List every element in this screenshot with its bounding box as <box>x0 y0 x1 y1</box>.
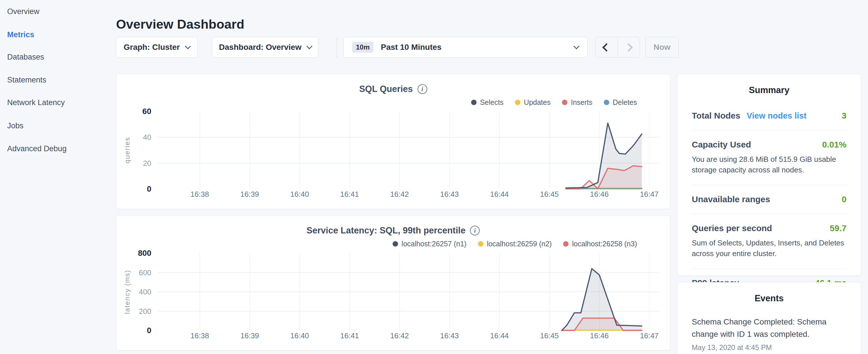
svg-text:16:44: 16:44 <box>490 331 509 340</box>
svg-text:16:47: 16:47 <box>640 190 658 198</box>
svg-text:0: 0 <box>147 326 151 335</box>
toolbar-divider <box>337 37 337 58</box>
sql-queries-chart-card: SQL QueriesiSelectsUpdatesInsertsDeletes… <box>116 74 670 209</box>
svg-text:600: 600 <box>139 268 151 277</box>
page-title: Overview Dashboard <box>116 17 244 32</box>
dashboard-dropdown-label: Dashboard: Overview <box>219 43 302 52</box>
graph-source-dropdown[interactable]: Graph: Cluster <box>116 37 197 58</box>
summary-row-value: 0 <box>842 194 846 204</box>
events-panel: Events Schema Change Completed: Schema c… <box>677 282 861 354</box>
chart-plot-area[interactable]: 020040060080016:3816:3916:4016:4116:4216… <box>116 216 670 350</box>
svg-text:16:42: 16:42 <box>390 190 409 198</box>
app-root: { "colors":{"active_blue":"#2b7ce9","lin… <box>0 0 868 354</box>
sidebar-item-network-latency[interactable]: Network Latency <box>7 97 65 108</box>
svg-text:16:42: 16:42 <box>390 331 409 340</box>
svg-text:16:47: 16:47 <box>640 331 658 340</box>
sidebar-item-overview[interactable]: Overview <box>7 6 39 17</box>
now-button[interactable]: Now <box>645 37 679 58</box>
time-range-selector[interactable]: 10m Past 10 Minutes <box>343 37 587 58</box>
time-step-group <box>595 37 640 58</box>
chevron-left-icon <box>602 43 611 52</box>
svg-text:16:43: 16:43 <box>440 331 459 340</box>
svg-text:16:46: 16:46 <box>590 331 609 340</box>
chart-plot-area[interactable]: 020406016:3816:3916:4016:4116:4216:4316:… <box>116 74 670 209</box>
svg-text:16:46: 16:46 <box>590 190 609 198</box>
svg-text:16:40: 16:40 <box>290 331 309 340</box>
summary-row-unavailable-ranges: Unavailable ranges0 <box>692 185 846 214</box>
time-range-badge: 10m <box>352 42 373 53</box>
svg-text:16:40: 16:40 <box>290 190 309 198</box>
svg-text:16:38: 16:38 <box>190 331 209 340</box>
event-list-item: Schema Change Completed: Schema change w… <box>692 316 846 354</box>
chevron-down-icon <box>574 43 580 49</box>
summary-row-label: Queries per second <box>692 223 772 233</box>
sidebar-item-advanced-debug[interactable]: Advanced Debug <box>7 143 66 154</box>
svg-text:queries: queries <box>123 137 131 164</box>
svg-text:latency (ms): latency (ms) <box>123 270 131 314</box>
chevron-down-icon <box>185 43 191 49</box>
time-step-back-button[interactable] <box>595 37 618 57</box>
summary-row-label: Unavailable ranges <box>692 194 770 204</box>
svg-text:400: 400 <box>139 288 151 296</box>
svg-text:16:45: 16:45 <box>540 331 559 340</box>
svg-text:16:45: 16:45 <box>540 190 559 198</box>
chevron-right-icon <box>624 43 633 52</box>
events-panel-title: Events <box>692 293 846 303</box>
summary-row-subtext: Sum of Selects, Updates, Inserts, and De… <box>692 238 846 259</box>
summary-row-value: 3 <box>842 111 846 121</box>
svg-text:0: 0 <box>147 185 151 193</box>
time-step-forward-button[interactable] <box>618 37 640 57</box>
summary-row-subtext: You are using 28.6 MiB of 515.9 GiB usab… <box>692 154 846 175</box>
svg-text:16:41: 16:41 <box>340 331 359 340</box>
event-text: Schema Change Completed: Schema change w… <box>692 316 846 341</box>
dashboard-dropdown[interactable]: Dashboard: Overview <box>212 37 318 58</box>
summary-row-label: Capacity Used <box>692 140 751 150</box>
summary-row-capacity-used: Capacity Used0.01%You are using 28.6 MiB… <box>692 130 846 185</box>
summary-row-queries-per-second: Queries per second59.7Sum of Selects, Up… <box>692 214 846 269</box>
svg-text:16:44: 16:44 <box>490 190 509 198</box>
sidebar-item-databases[interactable]: Databases <box>7 51 44 63</box>
sidebar-item-statements[interactable]: Statements <box>7 74 46 86</box>
time-range-label: Past 10 Minutes <box>381 43 442 52</box>
graph-source-dropdown-label: Graph: Cluster <box>124 43 180 52</box>
svg-text:16:41: 16:41 <box>340 190 359 198</box>
svg-text:20: 20 <box>143 159 151 167</box>
sidebar-item-metrics[interactable]: Metrics <box>7 29 34 40</box>
svg-text:200: 200 <box>139 307 151 316</box>
event-timestamp: May 13, 2020 at 4:45 PM <box>692 344 846 352</box>
svg-text:16:43: 16:43 <box>440 190 459 198</box>
summary-row-label: Total Nodes <box>692 111 740 121</box>
view-nodes-list-link[interactable]: View nodes list <box>746 111 806 121</box>
summary-row-total-nodes: Total NodesView nodes list3 <box>692 95 846 130</box>
summary-row-value: 59.7 <box>830 223 846 233</box>
svg-text:16:38: 16:38 <box>190 190 209 198</box>
summary-panel: Summary Total NodesView nodes list3Capac… <box>677 74 861 276</box>
svg-text:16:39: 16:39 <box>241 331 259 340</box>
summary-panel-title: Summary <box>692 85 846 95</box>
now-button-label: Now <box>653 43 670 52</box>
svg-text:800: 800 <box>138 249 151 257</box>
chevron-down-icon <box>306 43 312 49</box>
svg-text:60: 60 <box>143 107 151 116</box>
svg-text:16:39: 16:39 <box>241 190 259 198</box>
service-latency-chart-card: Service Latency: SQL, 99th percentileilo… <box>116 215 670 351</box>
svg-text:40: 40 <box>143 133 151 141</box>
sidebar-item-jobs[interactable]: Jobs <box>7 120 24 131</box>
summary-row-value: 0.01% <box>822 140 846 150</box>
